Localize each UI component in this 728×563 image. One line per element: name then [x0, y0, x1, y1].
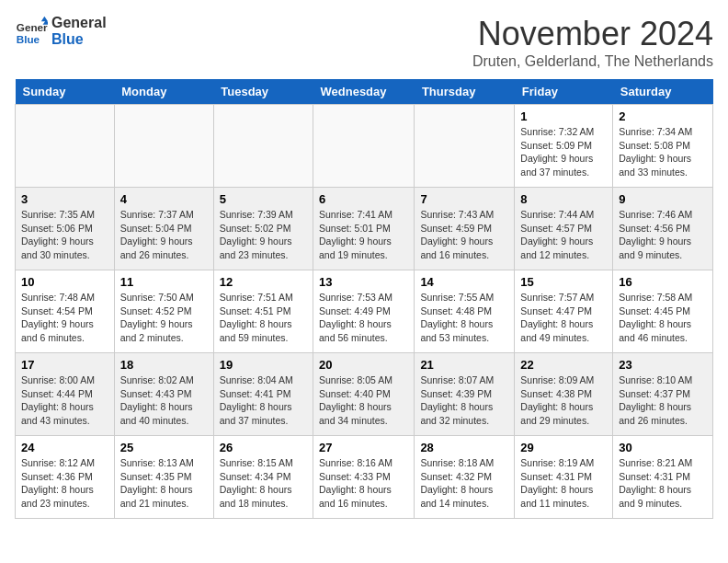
calendar-cell: 7Sunrise: 7:43 AM Sunset: 4:59 PM Daylig…	[415, 188, 515, 270]
day-info: Sunrise: 8:05 AM Sunset: 4:40 PM Dayligh…	[319, 373, 408, 428]
day-info: Sunrise: 7:48 AM Sunset: 4:54 PM Dayligh…	[21, 291, 108, 345]
day-number: 8	[520, 192, 607, 206]
day-info: Sunrise: 8:18 AM Sunset: 4:32 PM Dayligh…	[420, 456, 508, 511]
calendar-header-row: SundayMondayTuesdayWednesdayThursdayFrid…	[16, 79, 713, 105]
week-row-0: 1Sunrise: 7:32 AM Sunset: 5:09 PM Daylig…	[16, 105, 713, 188]
calendar-cell: 25Sunrise: 8:13 AM Sunset: 4:35 PM Dayli…	[114, 436, 213, 519]
day-number: 30	[619, 441, 707, 454]
calendar-cell: 15Sunrise: 7:57 AM Sunset: 4:47 PM Dayli…	[515, 270, 613, 353]
day-number: 1	[520, 109, 607, 123]
day-info: Sunrise: 7:35 AM Sunset: 5:06 PM Dayligh…	[21, 208, 108, 262]
calendar-cell: 2Sunrise: 7:34 AM Sunset: 5:08 PM Daylig…	[613, 105, 713, 188]
day-number: 9	[619, 192, 707, 206]
day-number: 25	[120, 441, 208, 454]
calendar-cell: 4Sunrise: 7:37 AM Sunset: 5:04 PM Daylig…	[114, 188, 213, 270]
day-number: 16	[619, 275, 707, 289]
day-info: Sunrise: 7:41 AM Sunset: 5:01 PM Dayligh…	[319, 208, 408, 262]
calendar-cell: 10Sunrise: 7:48 AM Sunset: 4:54 PM Dayli…	[16, 270, 115, 353]
calendar-cell: 5Sunrise: 7:39 AM Sunset: 5:02 PM Daylig…	[213, 188, 313, 270]
day-number: 13	[319, 275, 408, 289]
calendar-cell: 21Sunrise: 8:07 AM Sunset: 4:39 PM Dayli…	[415, 353, 515, 436]
logo-blue: Blue	[51, 31, 107, 48]
title-block: November 2024 Druten, Gelderland, The Ne…	[472, 15, 713, 70]
day-info: Sunrise: 7:53 AM Sunset: 4:49 PM Dayligh…	[319, 291, 408, 345]
day-header-wednesday: Wednesday	[313, 79, 415, 105]
calendar-cell	[16, 105, 115, 188]
day-info: Sunrise: 8:04 AM Sunset: 4:41 PM Dayligh…	[220, 373, 307, 428]
day-number: 17	[21, 358, 108, 372]
day-number: 24	[21, 441, 108, 454]
day-info: Sunrise: 7:46 AM Sunset: 4:56 PM Dayligh…	[619, 208, 707, 262]
day-number: 5	[220, 192, 307, 206]
day-info: Sunrise: 8:09 AM Sunset: 4:38 PM Dayligh…	[520, 373, 607, 428]
day-number: 3	[21, 192, 108, 206]
calendar-cell: 14Sunrise: 7:55 AM Sunset: 4:48 PM Dayli…	[415, 270, 515, 353]
day-info: Sunrise: 8:15 AM Sunset: 4:34 PM Dayligh…	[220, 456, 307, 511]
calendar-cell: 20Sunrise: 8:05 AM Sunset: 4:40 PM Dayli…	[313, 353, 415, 436]
day-number: 7	[420, 192, 508, 206]
week-row-3: 17Sunrise: 8:00 AM Sunset: 4:44 PM Dayli…	[16, 353, 713, 436]
svg-text:Blue: Blue	[17, 33, 40, 45]
week-row-1: 3Sunrise: 7:35 AM Sunset: 5:06 PM Daylig…	[16, 188, 713, 270]
day-number: 28	[420, 441, 508, 454]
calendar-cell: 23Sunrise: 8:10 AM Sunset: 4:37 PM Dayli…	[613, 353, 713, 436]
calendar-cell: 12Sunrise: 7:51 AM Sunset: 4:51 PM Dayli…	[213, 270, 313, 353]
calendar-cell: 19Sunrise: 8:04 AM Sunset: 4:41 PM Dayli…	[213, 353, 313, 436]
calendar-cell: 29Sunrise: 8:19 AM Sunset: 4:31 PM Dayli…	[515, 436, 613, 519]
day-number: 10	[21, 275, 108, 289]
calendar-cell: 6Sunrise: 7:41 AM Sunset: 5:01 PM Daylig…	[313, 188, 415, 270]
calendar-cell	[213, 105, 313, 188]
logo: General Blue General Blue	[15, 15, 107, 48]
calendar-cell: 30Sunrise: 8:21 AM Sunset: 4:31 PM Dayli…	[613, 436, 713, 519]
day-header-thursday: Thursday	[415, 79, 515, 105]
calendar-cell	[415, 105, 515, 188]
header: General Blue General Blue November 2024 …	[15, 15, 713, 70]
day-info: Sunrise: 8:21 AM Sunset: 4:31 PM Dayligh…	[619, 456, 707, 511]
calendar-cell	[114, 105, 213, 188]
day-number: 2	[619, 109, 707, 123]
day-number: 19	[220, 358, 307, 372]
day-number: 12	[220, 275, 307, 289]
calendar-cell: 27Sunrise: 8:16 AM Sunset: 4:33 PM Dayli…	[313, 436, 415, 519]
month-title: November 2024	[472, 15, 713, 53]
day-info: Sunrise: 7:39 AM Sunset: 5:02 PM Dayligh…	[220, 208, 307, 262]
calendar-cell: 8Sunrise: 7:44 AM Sunset: 4:57 PM Daylig…	[515, 188, 613, 270]
day-number: 6	[319, 192, 408, 206]
day-info: Sunrise: 7:51 AM Sunset: 4:51 PM Dayligh…	[220, 291, 307, 345]
day-number: 14	[420, 275, 508, 289]
day-info: Sunrise: 8:07 AM Sunset: 4:39 PM Dayligh…	[420, 373, 508, 428]
svg-text:General: General	[17, 21, 48, 33]
day-info: Sunrise: 8:10 AM Sunset: 4:37 PM Dayligh…	[619, 373, 707, 428]
day-info: Sunrise: 8:00 AM Sunset: 4:44 PM Dayligh…	[21, 373, 108, 428]
day-info: Sunrise: 7:58 AM Sunset: 4:45 PM Dayligh…	[619, 291, 707, 345]
logo-icon: General Blue	[15, 15, 48, 48]
day-number: 11	[120, 275, 208, 289]
week-row-4: 24Sunrise: 8:12 AM Sunset: 4:36 PM Dayli…	[16, 436, 713, 519]
day-info: Sunrise: 8:12 AM Sunset: 4:36 PM Dayligh…	[21, 456, 108, 511]
day-info: Sunrise: 8:19 AM Sunset: 4:31 PM Dayligh…	[520, 456, 607, 511]
day-header-saturday: Saturday	[613, 79, 713, 105]
week-row-2: 10Sunrise: 7:48 AM Sunset: 4:54 PM Dayli…	[16, 270, 713, 353]
day-number: 26	[220, 441, 307, 454]
calendar-cell: 24Sunrise: 8:12 AM Sunset: 4:36 PM Dayli…	[16, 436, 115, 519]
calendar-cell: 26Sunrise: 8:15 AM Sunset: 4:34 PM Dayli…	[213, 436, 313, 519]
day-number: 27	[319, 441, 408, 454]
day-info: Sunrise: 8:02 AM Sunset: 4:43 PM Dayligh…	[120, 373, 208, 428]
day-info: Sunrise: 7:32 AM Sunset: 5:09 PM Dayligh…	[520, 125, 607, 179]
day-number: 23	[619, 358, 707, 372]
day-number: 4	[120, 192, 208, 206]
day-number: 22	[520, 358, 607, 372]
day-info: Sunrise: 7:34 AM Sunset: 5:08 PM Dayligh…	[619, 125, 707, 179]
day-number: 21	[420, 358, 508, 372]
location-title: Druten, Gelderland, The Netherlands	[472, 53, 713, 70]
calendar-cell: 17Sunrise: 8:00 AM Sunset: 4:44 PM Dayli…	[16, 353, 115, 436]
day-info: Sunrise: 7:57 AM Sunset: 4:47 PM Dayligh…	[520, 291, 607, 345]
calendar-cell: 16Sunrise: 7:58 AM Sunset: 4:45 PM Dayli…	[613, 270, 713, 353]
calendar-cell: 22Sunrise: 8:09 AM Sunset: 4:38 PM Dayli…	[515, 353, 613, 436]
day-number: 20	[319, 358, 408, 372]
calendar-table: SundayMondayTuesdayWednesdayThursdayFrid…	[15, 79, 713, 519]
day-info: Sunrise: 7:37 AM Sunset: 5:04 PM Dayligh…	[120, 208, 208, 262]
calendar-cell: 3Sunrise: 7:35 AM Sunset: 5:06 PM Daylig…	[16, 188, 115, 270]
calendar-cell: 13Sunrise: 7:53 AM Sunset: 4:49 PM Dayli…	[313, 270, 415, 353]
day-header-monday: Monday	[114, 79, 213, 105]
